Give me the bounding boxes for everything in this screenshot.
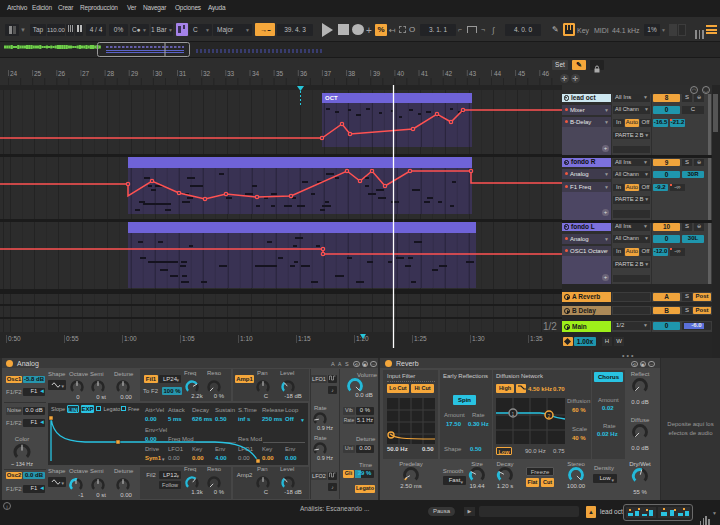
svg-text:39: 39 [373,70,381,77]
svg-text:41: 41 [421,70,429,77]
svg-text:46: 46 [542,70,550,77]
svg-text:27: 27 [82,70,90,77]
svg-text:29: 29 [131,70,139,77]
svg-text:42: 42 [445,70,453,77]
svg-text:33: 33 [227,70,235,77]
svg-text:45: 45 [518,70,526,77]
svg-text:1:25: 1:25 [414,335,427,342]
svg-text:1:05: 1:05 [182,335,195,342]
svg-text:43: 43 [469,70,477,77]
svg-text:0:50: 0:50 [8,335,21,342]
svg-text:0:55: 0:55 [66,335,79,342]
svg-text:1:35: 1:35 [530,335,543,342]
svg-text:28: 28 [107,70,115,77]
svg-text:34: 34 [252,70,260,77]
svg-text:1:10: 1:10 [240,335,253,342]
svg-text:30: 30 [155,70,163,77]
svg-text:35: 35 [276,70,284,77]
svg-text:1:15: 1:15 [298,335,311,342]
svg-text:36: 36 [300,70,308,77]
svg-text:38: 38 [348,70,356,77]
svg-text:25: 25 [34,70,42,77]
svg-text:44: 44 [494,70,502,77]
svg-text:1:00: 1:00 [124,335,137,342]
svg-text:1:30: 1:30 [472,335,485,342]
svg-text:31: 31 [179,70,187,77]
svg-text:26: 26 [58,70,66,77]
svg-text:24: 24 [10,70,18,77]
svg-text:40: 40 [397,70,405,77]
svg-text:37: 37 [324,70,332,77]
svg-text:32: 32 [203,70,211,77]
